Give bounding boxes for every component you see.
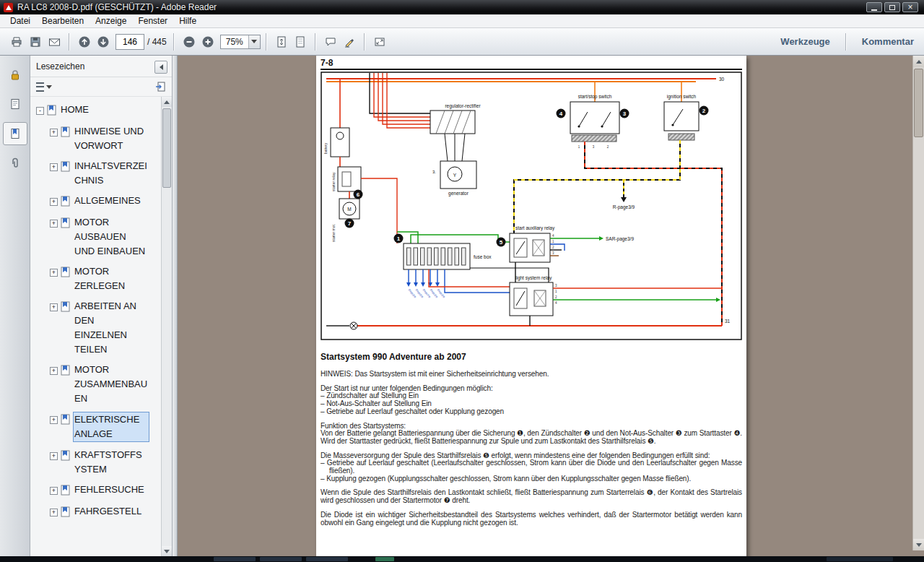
locate-bookmark-icon: [155, 82, 166, 92]
maximize-button[interactable]: [884, 2, 900, 12]
marker-2: 2: [699, 106, 709, 116]
starter-motor-label: starter mot.: [331, 224, 336, 242]
expander-icon[interactable]: +: [50, 452, 58, 460]
arrow-up-icon: [164, 100, 170, 104]
fullscreen-button[interactable]: [370, 33, 389, 51]
pages-panel-button[interactable]: [4, 93, 27, 115]
expander-icon[interactable]: +: [50, 220, 58, 228]
minimize-icon: [871, 9, 877, 11]
print-button[interactable]: [7, 33, 26, 51]
expander-icon[interactable]: +: [50, 509, 58, 516]
bookmark-label: MOTOR AUSBAUEN UND EINBAUEN: [73, 215, 149, 259]
arrow-up-icon: [916, 60, 922, 64]
expander-icon[interactable]: +: [50, 163, 58, 171]
bookmarks-scrollbar[interactable]: [161, 97, 172, 556]
menu-item[interactable]: Anzeige: [90, 15, 132, 27]
zoom-in-button[interactable]: [199, 33, 217, 51]
generator-label: generator: [448, 191, 469, 196]
taskbar-tray[interactable]: [827, 557, 893, 561]
scrollbar-thumb[interactable]: [914, 69, 923, 137]
zoom-dropdown-button[interactable]: [248, 35, 260, 48]
bookmarks-panel-button[interactable]: [3, 122, 27, 145]
bookmark-item[interactable]: + KRAFTSTOFFSYSTEM: [30, 448, 161, 477]
bookmark-item[interactable]: + FAHRGESTELL: [30, 504, 161, 520]
comment-button[interactable]: [321, 33, 340, 51]
zoom-level-select[interactable]: 75%: [220, 35, 261, 49]
page-number-input[interactable]: [116, 34, 144, 50]
svg-text:6: 6: [357, 191, 360, 198]
bookmark-item[interactable]: + ALLGEMEINES: [30, 194, 161, 209]
bookmark-icon: [47, 105, 56, 118]
bookmark-icon: [61, 485, 70, 498]
marker-7: 7: [345, 219, 354, 228]
locate-bookmark-button[interactable]: [155, 82, 166, 92]
expander-icon[interactable]: +: [50, 303, 58, 311]
light-system-relay-label: light system relay: [515, 275, 552, 281]
expander-icon[interactable]: -: [36, 107, 44, 115]
expander-icon[interactable]: +: [50, 367, 58, 375]
adobe-reader-app-icon: [4, 3, 13, 12]
previous-page-button[interactable]: [75, 33, 94, 51]
next-page-button[interactable]: [94, 33, 113, 51]
scroll-up-button[interactable]: [913, 56, 924, 67]
single-page-mode-button[interactable]: [291, 33, 310, 51]
collapse-panel-button[interactable]: [154, 61, 167, 74]
bookmark-icon: [61, 217, 70, 231]
bookmark-item[interactable]: + INHALTSVERZEICHNIS: [30, 159, 161, 188]
taskbar-button[interactable]: [214, 557, 256, 561]
document-area[interactable]: 7-8: [178, 56, 912, 556]
bookmark-item[interactable]: + MOTOR ZERLEGEN: [30, 264, 161, 293]
bookmark-item[interactable]: + HINWEISE UND VORWORT: [30, 124, 161, 153]
menu-item[interactable]: Bearbeiten: [36, 15, 90, 27]
protected-mode-lock-button[interactable]: [4, 64, 27, 86]
comment-panel-button[interactable]: Kommentar: [862, 36, 914, 47]
toolbar-separator: [69, 33, 70, 51]
taskbar-button[interactable]: [306, 557, 348, 561]
pages-icon: [9, 98, 21, 110]
scroll-up-button[interactable]: [162, 97, 172, 107]
scrollbar-thumb[interactable]: [162, 108, 171, 188]
menu-item[interactable]: Fenster: [132, 15, 173, 27]
maximize-icon: [889, 5, 895, 10]
menu-item[interactable]: Datei: [4, 15, 36, 27]
bookmark-item[interactable]: + MOTOR ZUSAMMENBAUEN: [30, 363, 161, 406]
zoom-in-icon: [201, 35, 214, 48]
scrolling-mode-button[interactable]: [272, 33, 291, 51]
print-icon: [11, 36, 22, 48]
attachments-panel-button[interactable]: [4, 152, 27, 174]
expander-icon[interactable]: +: [50, 129, 58, 137]
sign-button[interactable]: [340, 33, 359, 51]
save-button[interactable]: [26, 33, 45, 51]
tools-button[interactable]: Werkzeuge: [780, 36, 829, 47]
bookmark-item[interactable]: + ARBEITEN AN DEN EINZELNEN TEILEN: [30, 299, 161, 357]
close-button[interactable]: [902, 2, 918, 12]
bookmark-item[interactable]: + MOTOR AUSBAUEN UND EINBAUEN: [30, 215, 161, 259]
title-bar[interactable]: RA LC8 2008-D.pdf (GESCHÜTZT) - Adobe Re…: [0, 0, 924, 14]
bookmark-item[interactable]: + ELEKTRISCHE ANLAGE: [30, 412, 161, 442]
taskbar-button[interactable]: [260, 557, 302, 561]
svg-text:7: 7: [348, 220, 352, 227]
bookmark-options-button[interactable]: [36, 82, 52, 92]
expander-icon[interactable]: +: [50, 198, 58, 206]
page-down-icon: [97, 35, 110, 48]
expander-icon[interactable]: +: [50, 416, 58, 424]
bookmark-item[interactable]: - HOME: [30, 103, 161, 118]
scroll-down-button[interactable]: [162, 546, 172, 556]
scroll-down-button[interactable]: [913, 539, 924, 550]
window-title: RA LC8 2008-D.pdf (GESCHÜTZT) - Adobe Re…: [17, 2, 866, 12]
windows-taskbar[interactable]: [0, 556, 924, 562]
taskbar-button[interactable]: [375, 557, 394, 561]
email-button[interactable]: [45, 33, 64, 51]
zoom-out-button[interactable]: [180, 33, 199, 51]
bookmark-item[interactable]: + FEHLERSUCHE: [30, 483, 161, 498]
chevron-left-icon: [160, 64, 163, 70]
menu-item[interactable]: Hilfe: [173, 15, 202, 27]
panel-splitter[interactable]: [173, 56, 178, 556]
expander-icon[interactable]: +: [50, 487, 58, 495]
toolbar-right-panel: Werkzeuge Kommentar: [780, 33, 917, 51]
chevron-down-icon: [46, 85, 52, 89]
document-scrollbar[interactable]: [912, 56, 924, 550]
minimize-button[interactable]: [866, 2, 882, 12]
expander-icon[interactable]: +: [50, 269, 58, 277]
bookmarks-panel-header: Lesezeichen: [30, 56, 172, 77]
